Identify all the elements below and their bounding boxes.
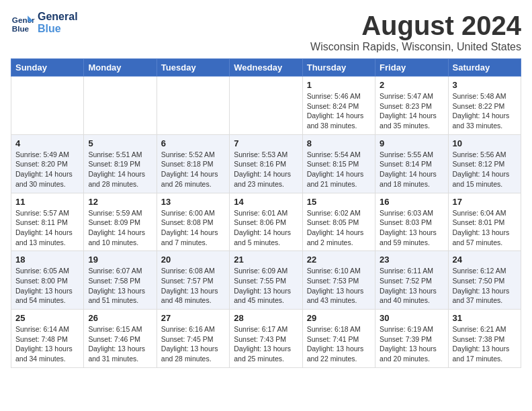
day-info: Sunrise: 6:08 AM Sunset: 7:57 PM Dayligh…	[161, 266, 225, 306]
day-number: 6	[161, 138, 225, 148]
day-number: 9	[380, 138, 443, 148]
calendar-week-2: 4Sunrise: 5:49 AM Sunset: 8:20 PM Daylig…	[11, 134, 521, 193]
calendar-cell	[11, 77, 84, 135]
logo: General Blue General Blue	[11, 11, 78, 35]
day-info: Sunrise: 6:07 AM Sunset: 7:58 PM Dayligh…	[88, 266, 152, 306]
subtitle: Wisconsin Rapids, Wisconsin, United Stat…	[310, 41, 521, 53]
calendar-week-4: 18Sunrise: 6:05 AM Sunset: 8:00 PM Dayli…	[11, 251, 521, 310]
day-number: 5	[88, 138, 152, 148]
day-number: 18	[15, 255, 79, 265]
calendar-cell: 7Sunrise: 5:53 AM Sunset: 8:16 PM Daylig…	[230, 134, 302, 193]
calendar-cell: 9Sunrise: 5:55 AM Sunset: 8:14 PM Daylig…	[375, 134, 448, 193]
calendar-cell: 3Sunrise: 5:48 AM Sunset: 8:22 PM Daylig…	[448, 77, 521, 135]
calendar-cell: 27Sunrise: 6:16 AM Sunset: 7:45 PM Dayli…	[157, 310, 229, 368]
calendar-cell: 18Sunrise: 6:05 AM Sunset: 8:00 PM Dayli…	[11, 251, 84, 310]
calendar-cell: 11Sunrise: 5:57 AM Sunset: 8:11 PM Dayli…	[11, 193, 84, 251]
logo-text-blue: Blue	[38, 23, 78, 35]
calendar-week-1: 1Sunrise: 5:46 AM Sunset: 8:24 PM Daylig…	[11, 77, 521, 135]
day-info: Sunrise: 5:59 AM Sunset: 8:09 PM Dayligh…	[88, 208, 152, 248]
day-number: 22	[307, 255, 371, 265]
day-number: 3	[453, 80, 517, 90]
day-number: 16	[380, 197, 443, 207]
day-number: 12	[88, 197, 152, 207]
day-info: Sunrise: 5:54 AM Sunset: 8:15 PM Dayligh…	[307, 150, 371, 189]
day-info: Sunrise: 6:05 AM Sunset: 8:00 PM Dayligh…	[15, 266, 79, 306]
day-number: 15	[307, 197, 371, 207]
column-header-saturday: Saturday	[448, 59, 521, 77]
day-info: Sunrise: 6:02 AM Sunset: 8:05 PM Dayligh…	[307, 208, 371, 248]
day-info: Sunrise: 6:09 AM Sunset: 7:55 PM Dayligh…	[234, 266, 298, 306]
calendar-cell	[230, 77, 302, 135]
day-info: Sunrise: 6:14 AM Sunset: 7:48 PM Dayligh…	[15, 324, 79, 364]
day-number: 7	[234, 138, 298, 148]
svg-text:Blue: Blue	[12, 24, 30, 33]
calendar-cell: 25Sunrise: 6:14 AM Sunset: 7:48 PM Dayli…	[11, 310, 84, 368]
day-info: Sunrise: 6:11 AM Sunset: 7:52 PM Dayligh…	[380, 266, 443, 306]
day-number: 13	[161, 197, 225, 207]
day-number: 23	[380, 255, 443, 265]
calendar-cell: 19Sunrise: 6:07 AM Sunset: 7:58 PM Dayli…	[84, 251, 157, 310]
day-info: Sunrise: 6:04 AM Sunset: 8:01 PM Dayligh…	[453, 208, 517, 248]
day-number: 19	[88, 255, 152, 265]
day-info: Sunrise: 6:00 AM Sunset: 8:08 PM Dayligh…	[161, 208, 225, 248]
column-header-friday: Friday	[375, 59, 448, 77]
day-info: Sunrise: 5:51 AM Sunset: 8:19 PM Dayligh…	[88, 150, 152, 189]
day-number: 26	[88, 313, 152, 323]
column-header-monday: Monday	[84, 59, 157, 77]
title-area: August 2024 Wisconsin Rapids, Wisconsin,…	[310, 11, 521, 53]
logo-icon: General Blue	[11, 11, 35, 35]
calendar-cell: 23Sunrise: 6:11 AM Sunset: 7:52 PM Dayli…	[375, 251, 448, 310]
column-header-wednesday: Wednesday	[230, 59, 302, 77]
day-info: Sunrise: 5:56 AM Sunset: 8:12 PM Dayligh…	[453, 150, 517, 189]
day-info: Sunrise: 5:53 AM Sunset: 8:16 PM Dayligh…	[234, 150, 298, 189]
day-info: Sunrise: 6:15 AM Sunset: 7:46 PM Dayligh…	[88, 324, 152, 364]
day-info: Sunrise: 6:01 AM Sunset: 8:06 PM Dayligh…	[234, 208, 298, 248]
calendar-cell: 14Sunrise: 6:01 AM Sunset: 8:06 PM Dayli…	[230, 193, 302, 251]
calendar-week-3: 11Sunrise: 5:57 AM Sunset: 8:11 PM Dayli…	[11, 193, 521, 251]
day-number: 24	[453, 255, 517, 265]
calendar-cell: 2Sunrise: 5:47 AM Sunset: 8:23 PM Daylig…	[375, 77, 448, 135]
day-info: Sunrise: 5:46 AM Sunset: 8:24 PM Dayligh…	[307, 91, 371, 131]
calendar-cell: 10Sunrise: 5:56 AM Sunset: 8:12 PM Dayli…	[448, 134, 521, 193]
calendar-cell: 24Sunrise: 6:12 AM Sunset: 7:50 PM Dayli…	[448, 251, 521, 310]
day-info: Sunrise: 6:21 AM Sunset: 7:38 PM Dayligh…	[453, 324, 517, 364]
calendar-cell: 31Sunrise: 6:21 AM Sunset: 7:38 PM Dayli…	[448, 310, 521, 368]
day-number: 30	[380, 313, 443, 323]
day-info: Sunrise: 5:47 AM Sunset: 8:23 PM Dayligh…	[380, 91, 443, 131]
calendar-cell: 20Sunrise: 6:08 AM Sunset: 7:57 PM Dayli…	[157, 251, 229, 310]
calendar-week-5: 25Sunrise: 6:14 AM Sunset: 7:48 PM Dayli…	[11, 310, 521, 368]
calendar-cell: 22Sunrise: 6:10 AM Sunset: 7:53 PM Dayli…	[302, 251, 375, 310]
day-number: 4	[15, 138, 79, 148]
day-info: Sunrise: 6:03 AM Sunset: 8:03 PM Dayligh…	[380, 208, 443, 248]
day-number: 29	[307, 313, 371, 323]
calendar-body: 1Sunrise: 5:46 AM Sunset: 8:24 PM Daylig…	[11, 77, 521, 368]
calendar-cell: 1Sunrise: 5:46 AM Sunset: 8:24 PM Daylig…	[302, 77, 375, 135]
day-info: Sunrise: 6:12 AM Sunset: 7:50 PM Dayligh…	[453, 266, 517, 306]
calendar-cell	[157, 77, 229, 135]
logo-text-general: General	[38, 11, 78, 23]
calendar-cell: 21Sunrise: 6:09 AM Sunset: 7:55 PM Dayli…	[230, 251, 302, 310]
main-title: August 2024	[310, 11, 521, 41]
day-info: Sunrise: 6:10 AM Sunset: 7:53 PM Dayligh…	[307, 266, 371, 306]
day-info: Sunrise: 6:18 AM Sunset: 7:41 PM Dayligh…	[307, 324, 371, 364]
calendar-cell: 30Sunrise: 6:19 AM Sunset: 7:39 PM Dayli…	[375, 310, 448, 368]
calendar-cell: 17Sunrise: 6:04 AM Sunset: 8:01 PM Dayli…	[448, 193, 521, 251]
day-info: Sunrise: 5:55 AM Sunset: 8:14 PM Dayligh…	[380, 150, 443, 189]
calendar-cell: 4Sunrise: 5:49 AM Sunset: 8:20 PM Daylig…	[11, 134, 84, 193]
day-info: Sunrise: 6:19 AM Sunset: 7:39 PM Dayligh…	[380, 324, 443, 364]
day-number: 21	[234, 255, 298, 265]
day-info: Sunrise: 5:52 AM Sunset: 8:18 PM Dayligh…	[161, 150, 225, 189]
day-info: Sunrise: 6:17 AM Sunset: 7:43 PM Dayligh…	[234, 324, 298, 364]
calendar-cell: 5Sunrise: 5:51 AM Sunset: 8:19 PM Daylig…	[84, 134, 157, 193]
day-number: 10	[453, 138, 517, 148]
day-info: Sunrise: 5:57 AM Sunset: 8:11 PM Dayligh…	[15, 208, 79, 248]
day-number: 31	[453, 313, 517, 323]
day-number: 11	[15, 197, 79, 207]
day-number: 14	[234, 197, 298, 207]
calendar-header-row: SundayMondayTuesdayWednesdayThursdayFrid…	[11, 59, 521, 77]
day-number: 2	[380, 80, 443, 90]
page-header: General Blue General Blue August 2024 Wi…	[11, 11, 521, 53]
day-number: 28	[234, 313, 298, 323]
column-header-sunday: Sunday	[11, 59, 84, 77]
calendar-cell: 28Sunrise: 6:17 AM Sunset: 7:43 PM Dayli…	[230, 310, 302, 368]
